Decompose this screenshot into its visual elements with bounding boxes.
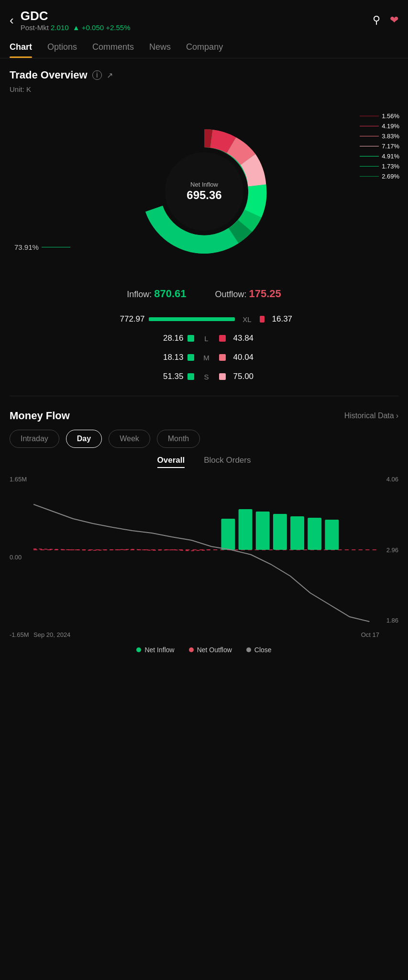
outflow-value: 175.25 [249, 288, 281, 300]
pct-1.56: 1.56% [382, 112, 399, 120]
dot-gray [246, 647, 251, 652]
svg-rect-10 [325, 520, 339, 550]
legend-net-inflow: Net Inflow [136, 646, 174, 654]
unit-label: Unit: K [0, 84, 408, 98]
trade-overview-header: Trade Overview i ↗ [0, 58, 408, 84]
share-icon[interactable]: ↗ [107, 71, 113, 80]
period-week[interactable]: Week [109, 430, 150, 448]
stock-price: 2.010 [51, 23, 69, 32]
xl-bar-red [260, 316, 265, 323]
pct-1.73: 1.73% [382, 163, 399, 170]
legend-1.56: 1.56% [360, 112, 399, 120]
flow-stats: Inflow: 870.61 Outflow: 175.25 [0, 280, 408, 305]
legend-1.73: 1.73% [360, 163, 399, 170]
legend-line-3 [360, 136, 379, 137]
period-intraday[interactable]: Intraday [10, 430, 59, 448]
postmkt-label: Post-Mkt [21, 23, 49, 32]
header: ‹ GDC Post-Mkt 2.010 ▲ +0.050 +2.55% ⚲ ❤ [0, 0, 408, 37]
x-end: Oct 17 [361, 631, 379, 638]
chart-legend: Net Inflow Net Outflow Close [0, 638, 408, 663]
historical-label: Historical Data [344, 412, 394, 420]
info-icon[interactable]: i [92, 70, 102, 80]
legend-close-label: Close [254, 646, 272, 654]
pct-2.69: 2.69% [382, 173, 399, 180]
m-bar-green [187, 354, 194, 361]
svg-rect-7 [273, 514, 287, 550]
money-flow-chart: 1.65M 0.00 -1.65M 4.06 2.96 1.86 [10, 476, 398, 638]
svg-rect-6 [256, 512, 270, 550]
chart-svg-container [33, 476, 379, 624]
yr-top: 4.06 [379, 476, 398, 483]
xl-right-val: 16.37 [268, 314, 307, 324]
tab-options[interactable]: Options [47, 37, 77, 58]
x-start: Sep 20, 2024 [33, 631, 70, 638]
period-day[interactable]: Day [66, 430, 102, 448]
m-bar-red [219, 354, 226, 361]
flow-row-s: 51.35 S 75.00 [10, 367, 398, 386]
y-top: 1.65M [10, 476, 33, 483]
sub-tab-overall[interactable]: Overall [157, 456, 185, 468]
s-right-val: 75.00 [230, 372, 268, 381]
legend-2.69: 2.69% [360, 173, 399, 180]
legend-line-2 [360, 126, 379, 127]
x-axis-labels: Sep 20, 2024 Oct 17 [33, 631, 379, 638]
xl-left-val: 772.97 [102, 314, 145, 324]
flow-row-xl: 772.97 XL 16.37 [10, 310, 398, 329]
period-tabs: Intraday Day Week Month [0, 430, 408, 456]
sub-tabs: Overall Block Orders [0, 456, 408, 476]
back-button[interactable]: ‹ [10, 13, 14, 28]
xl-label: XL [239, 315, 256, 323]
tab-news[interactable]: News [149, 37, 171, 58]
dot-red [189, 647, 194, 652]
svg-text:695.36: 695.36 [187, 189, 221, 201]
tab-chart[interactable]: Chart [10, 37, 32, 58]
tab-comments[interactable]: Comments [92, 37, 134, 58]
donut-chart-container: Net Inflow 695.36 73.91% 1.56% 4.19% 3.8… [0, 98, 408, 280]
legend-7.17: 7.17% [360, 143, 399, 150]
m-right-val: 40.04 [230, 353, 268, 362]
legend-line-6 [360, 166, 379, 167]
legend-line-1 [360, 116, 379, 117]
svg-rect-4 [221, 519, 235, 550]
l-left-val: 28.16 [141, 334, 184, 343]
header-actions: ⚲ ❤ [373, 14, 398, 26]
y-axis-left: 1.65M 0.00 -1.65M [10, 476, 33, 638]
xl-bar-green [149, 317, 235, 321]
legend-close: Close [246, 646, 272, 654]
l-right-val: 43.84 [230, 334, 268, 343]
heart-icon[interactable]: ❤ [390, 14, 398, 26]
y-mid: 0.00 [10, 554, 33, 561]
legend-4.91: 4.91% [360, 153, 399, 160]
donut-svg: Net Inflow 695.36 [128, 115, 281, 268]
legend-net-outflow: Net Outflow [189, 646, 232, 654]
inflow-value: 870.61 [154, 288, 186, 300]
flow-row-l: 28.16 L 43.84 [10, 329, 398, 348]
period-month[interactable]: Month [157, 430, 200, 448]
legend-line-5 [360, 156, 379, 157]
flow-table: 772.97 XL 16.37 28.16 L 43.84 18.13 M 40… [0, 305, 408, 396]
outflow-label: Outflow: [215, 290, 247, 299]
l-bar-green [187, 335, 194, 342]
trade-overview-title: Trade Overview [10, 69, 88, 81]
chart-svg [33, 476, 379, 624]
s-bar-red [219, 373, 226, 380]
outflow-stat: Outflow: 175.25 [215, 288, 281, 300]
sub-tab-block-orders[interactable]: Block Orders [204, 456, 251, 468]
segment-73-label: 73.91% [14, 243, 39, 251]
legend-3.83: 3.83% [360, 133, 399, 140]
y-bot: -1.65M [10, 631, 33, 638]
stock-postmkt: Post-Mkt 2.010 ▲ +0.050 +2.55% [21, 23, 373, 32]
pct-4.91: 4.91% [382, 153, 399, 160]
tab-company[interactable]: Company [186, 37, 223, 58]
donut-legend-right: 1.56% 4.19% 3.83% 7.17% 4.91% 1.73% 2.69… [360, 112, 399, 180]
legend-inflow-label: Net Inflow [144, 646, 174, 654]
s-left-val: 51.35 [141, 372, 184, 381]
search-icon[interactable]: ⚲ [373, 14, 380, 26]
dot-green [136, 647, 141, 652]
m-label: M [198, 354, 215, 362]
money-flow-header: Money Flow Historical Data › [0, 396, 408, 430]
nav-tabs: Chart Options Comments News Company [0, 37, 408, 58]
historical-data-link[interactable]: Historical Data › [344, 412, 398, 420]
svg-rect-9 [308, 518, 321, 550]
pct-3.83: 3.83% [382, 133, 399, 140]
